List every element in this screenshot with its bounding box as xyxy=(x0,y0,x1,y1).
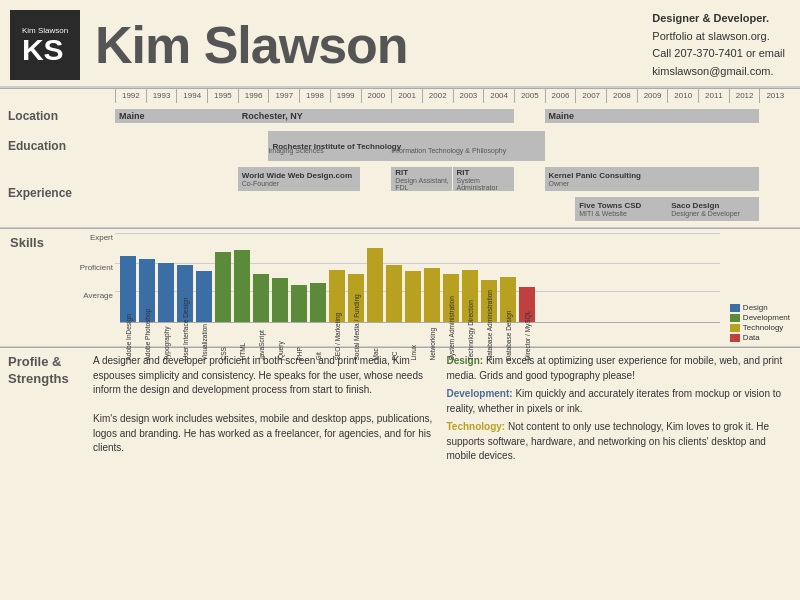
location-bar: Maine xyxy=(115,109,238,123)
contact-portfolio: Portfolio at slawson.org. xyxy=(652,30,769,42)
skills-label: Skills xyxy=(10,233,65,250)
edu-sub-2: Information Technology & Philosophy xyxy=(391,147,506,154)
person-name: Kim Slawson xyxy=(95,19,652,71)
year-tick: 1999 xyxy=(330,89,361,103)
skill-bar-wrap: Adobe Photoshop xyxy=(139,234,155,322)
profile-para1: A designer and developer proficient in b… xyxy=(93,354,437,398)
skill-bar-wrap: Adobe InDesign xyxy=(120,234,136,322)
skill-bar xyxy=(253,274,269,322)
design-text: Kim excels at optimizing user experience… xyxy=(447,355,783,381)
skill-bar-wrap: Mac xyxy=(367,234,383,322)
skill-bar-wrap: Networking xyxy=(424,234,440,322)
legend-color-box xyxy=(730,324,740,332)
skill-bar-wrap: User Interface Design xyxy=(177,234,193,322)
legend-label: Data xyxy=(743,333,760,342)
experience-content: World Wide Web Design.comCo-FounderRITDe… xyxy=(115,165,790,221)
skill-bar-wrap: JavaScript xyxy=(253,234,269,322)
skill-bar-wrap: Social Media / Funding xyxy=(348,234,364,322)
skill-label: CSS xyxy=(220,348,227,361)
skill-bar xyxy=(291,285,307,322)
profile-left: A designer and developer proficient in b… xyxy=(93,354,437,464)
year-tick: 1992 xyxy=(115,89,146,103)
education-bar: Rochester Institute of Technology xyxy=(268,131,544,161)
skill-label: Adobe Photoshop xyxy=(144,309,151,361)
timeline-section: 1992199319941995199619971998199920002001… xyxy=(0,89,800,228)
contact-phone: Call 207-370-7401 or email xyxy=(652,47,785,59)
contact-title: Designer & Developer. xyxy=(652,12,769,24)
skill-label: Adobe InDesign xyxy=(125,315,132,361)
legend-label: Design xyxy=(743,303,768,312)
skill-bar xyxy=(424,268,440,323)
skill-label: Linux xyxy=(410,345,417,361)
skill-bar xyxy=(215,252,231,322)
skill-bar-wrap: Database Design xyxy=(500,234,516,322)
skill-label: Social Media / Funding xyxy=(353,295,360,361)
skill-label: JavaScript xyxy=(258,331,265,361)
dev-label: Development: xyxy=(447,388,513,399)
contact-email: kimslawson@gmail.com. xyxy=(652,65,773,77)
profile-design: Design: Kim excels at optimizing user ex… xyxy=(447,354,791,383)
skill-bar-wrap: System Administration xyxy=(443,234,459,322)
year-tick: 1996 xyxy=(238,89,269,103)
year-tick: 1998 xyxy=(299,89,330,103)
profile-para2: Kim's design work includes websites, mob… xyxy=(93,412,437,456)
experience-bar: Saco DesignDesigner & Developer xyxy=(667,197,759,221)
experience-bar: RITDesign Assistant, FDL xyxy=(391,167,452,191)
year-tick: 1995 xyxy=(207,89,238,103)
profile-label: Profile &Strengths xyxy=(8,354,83,464)
year-tick: 2005 xyxy=(514,89,545,103)
experience-bar: RITSystem Administrator xyxy=(453,167,514,191)
year-tick: 1997 xyxy=(268,89,299,103)
skill-label: jQuery xyxy=(277,342,284,361)
year-tick: 2012 xyxy=(729,89,760,103)
year-tick: 2004 xyxy=(483,89,514,103)
location-row: Location MaineRochester, NYMaine xyxy=(0,105,800,127)
experience-bar: Five Towns CSDMITI & Website xyxy=(575,197,667,221)
skill-bar-wrap: Git xyxy=(310,234,326,322)
skills-section: Skills Expert Proficient Average Adobe I… xyxy=(0,229,800,347)
legend-item: Design xyxy=(730,303,790,312)
skill-label: User Interface Design xyxy=(182,298,189,361)
skills-header: Skills Expert Proficient Average Adobe I… xyxy=(10,233,790,342)
y-label-expert: Expert xyxy=(90,233,113,242)
legend-item: Development xyxy=(730,313,790,322)
year-tick: 2007 xyxy=(575,89,606,103)
year-tick: 2009 xyxy=(637,89,668,103)
year-tick: 2001 xyxy=(391,89,422,103)
skill-label: Technology Direction xyxy=(467,301,474,361)
skill-bar-wrap: jQuery xyxy=(272,234,288,322)
education-row: Education Rochester Institute of Technol… xyxy=(0,129,800,163)
skill-bar-wrap: Director / MySQL xyxy=(519,234,535,322)
skill-label: Git xyxy=(315,353,322,361)
skill-bar xyxy=(196,271,212,322)
location-label: Location xyxy=(0,109,115,123)
year-tick: 1994 xyxy=(176,89,207,103)
y-label-average: Average xyxy=(83,291,113,300)
education-content: Rochester Institute of TechnologyImaging… xyxy=(115,129,790,163)
skill-bar-wrap: Visualization xyxy=(196,234,212,322)
year-axis: 1992199319941995199619971998199920002001… xyxy=(115,89,790,103)
skill-bar-wrap: Typography xyxy=(158,234,174,322)
skill-bar-wrap: Linux xyxy=(405,234,421,322)
skill-label: Director / MySQL xyxy=(524,311,531,361)
year-tick: 2011 xyxy=(698,89,729,103)
year-tick: 2010 xyxy=(667,89,698,103)
legend-color-box xyxy=(730,304,740,312)
skill-bar-wrap: Technology Direction xyxy=(462,234,478,322)
skill-bar-wrap: PHP xyxy=(291,234,307,322)
legend-item: Data xyxy=(730,333,790,342)
logo-initials: KS xyxy=(22,35,68,65)
skill-bar xyxy=(120,256,136,322)
skills-legend: DesignDevelopmentTechnologyData xyxy=(730,303,790,342)
legend-label: Development xyxy=(743,313,790,322)
skill-label: PHP xyxy=(296,348,303,361)
skill-label: Networking xyxy=(429,328,436,361)
skill-label: Mac xyxy=(372,349,379,361)
skill-bar xyxy=(367,248,383,323)
skill-bar-wrap: SEO / Marketing xyxy=(329,234,345,322)
header: Kim Slawson KS Kim Slawson Designer & De… xyxy=(0,0,800,88)
edu-sub-1: Imaging Sciences xyxy=(268,147,323,154)
legend-color-box xyxy=(730,314,740,322)
profile-tech: Technology: Not content to only use tech… xyxy=(447,420,791,464)
contact-info: Designer & Developer. Portfolio at slaws… xyxy=(652,10,785,80)
